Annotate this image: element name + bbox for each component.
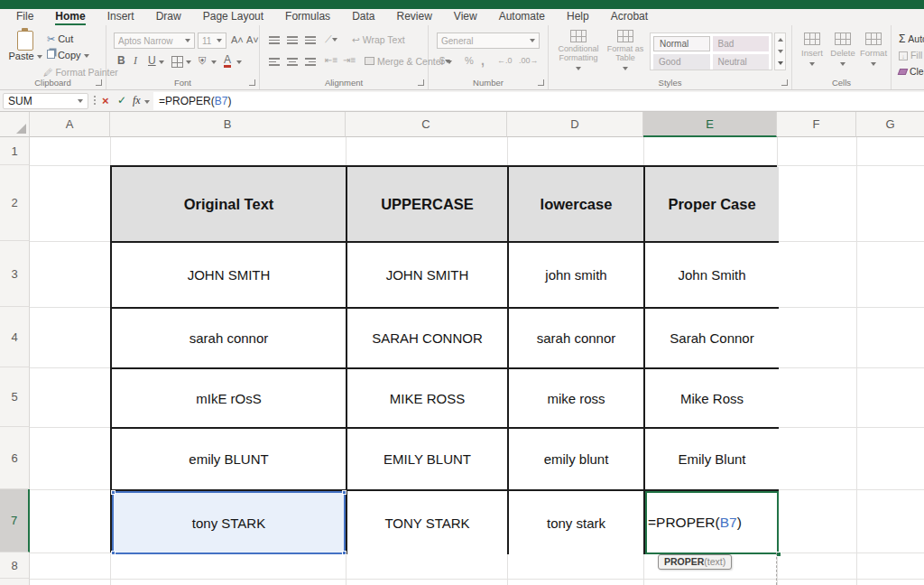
menu-formulas[interactable]: Formulas [285,10,330,25]
cell-e6[interactable]: Emily Blunt [645,429,779,491]
font-color-button[interactable]: A [224,54,231,68]
column-header-b[interactable]: B [110,112,346,137]
increase-decimal-button[interactable]: ←.0 [497,56,513,65]
column-header-e[interactable]: E [643,112,777,137]
row-header-1[interactable]: 1 [0,137,30,165]
table-header-cell[interactable]: UPPERCASE [347,167,509,243]
cell-c5[interactable]: MIKE ROSS [347,369,509,429]
fill-color-button[interactable]: ⛨ [199,55,206,67]
cell-c4[interactable]: SARAH CONNOR [347,309,509,369]
number-format-select[interactable]: General [437,32,540,49]
cell-e7-active-formula[interactable]: =PROPER(B7) [645,491,779,554]
styles-dialog-launcher-icon[interactable] [781,79,788,86]
decrease-indent-button[interactable]: ⇤≡ [325,55,337,65]
menu-view[interactable]: View [454,10,477,25]
alignment-dialog-launcher-icon[interactable] [418,79,424,86]
clear-button[interactable]: Clear [899,66,924,77]
insert-function-icon[interactable]: fx [133,94,141,107]
decrease-decimal-button[interactable]: .00→ [519,56,539,65]
borders-caret-icon[interactable] [186,60,191,64]
font-size-select[interactable]: 11 [198,32,226,49]
copy-button[interactable]: Copy [47,50,89,60]
column-header-c[interactable]: C [346,112,507,137]
autosum-button[interactable]: Σ AutoSum [899,32,924,45]
paste-button[interactable]: Paste [7,31,43,61]
menu-file[interactable]: File [16,10,33,25]
comma-style-button[interactable]: , [481,53,485,68]
menu-data[interactable]: Data [352,10,374,25]
row-header-6[interactable]: 6 [0,427,30,489]
cancel-entry-icon[interactable]: × [102,94,109,107]
cell-d3[interactable]: john smith [509,243,645,309]
orientation-button[interactable]: ⟋ [325,33,337,45]
align-middle-icon[interactable] [287,36,298,44]
style-bad[interactable]: Bad [713,36,770,51]
style-neutral[interactable]: Neutral [713,54,770,70]
cell-b7-referenced[interactable]: tony STARK [112,491,347,554]
bold-button[interactable]: B [117,54,125,67]
style-good[interactable]: Good [653,54,710,70]
menu-acrobat[interactable]: Acrobat [611,10,648,25]
table-header-cell[interactable]: lowercase [509,167,645,243]
align-top-icon[interactable] [269,36,280,44]
table-header-cell[interactable]: Original Text [112,167,347,243]
italic-button[interactable]: I [134,54,137,68]
styles-gallery-scroll[interactable] [774,32,786,70]
cell-e4[interactable]: Sarah Connor [645,309,779,369]
cell-b5[interactable]: mIkE rOsS [112,369,347,429]
insert-cells-button[interactable]: Insert [798,32,827,69]
menu-help[interactable]: Help [567,10,589,25]
menu-review[interactable]: Review [396,10,431,25]
align-right-icon[interactable] [305,58,316,66]
cell-b4[interactable]: sarah connor [112,309,347,369]
delete-cells-button[interactable]: Delete [828,32,857,69]
cell-e5[interactable]: Mike Ross [645,369,779,429]
underline-caret-icon[interactable] [159,60,164,64]
clipboard-dialog-launcher-icon[interactable] [96,79,102,86]
font-dialog-launcher-icon[interactable] [249,79,255,86]
cell-c3[interactable]: JOHN SMITH [347,243,509,309]
number-dialog-launcher-icon[interactable] [538,79,544,86]
cut-button[interactable]: ✂ Cut [47,33,73,45]
cell-d7[interactable]: tony stark [509,491,645,554]
cell-e3[interactable]: John Smith [645,243,779,309]
table-header-cell[interactable]: Proper Case [645,167,779,243]
font-color-caret-icon[interactable] [236,60,242,64]
menu-draw[interactable]: Draw [156,10,181,25]
row-header-5[interactable]: 5 [0,367,30,427]
percent-style-button[interactable]: % [465,55,474,66]
confirm-entry-icon[interactable]: ✓ [117,94,126,107]
align-bottom-icon[interactable] [305,36,316,44]
name-box[interactable]: SUM [3,93,88,109]
align-left-icon[interactable] [269,58,280,66]
row-header-8[interactable]: 8 [0,552,30,579]
row-header-9-partial[interactable] [0,579,30,585]
select-all-corner[interactable] [0,112,30,137]
increase-indent-button[interactable]: ⇥≡ [343,55,356,65]
fill-color-caret-icon[interactable] [211,60,217,64]
font-name-select[interactable]: Aptos Narrow [114,32,195,49]
row-header-2[interactable]: 2 [0,165,30,241]
fill-button[interactable]: ↓ Fill [899,50,924,60]
grow-font-button[interactable]: A˄ [231,34,244,45]
cell-d4[interactable]: sarah connor [509,309,645,369]
style-normal[interactable]: Normal [653,36,710,51]
formula-input[interactable]: =PROPER(B7) [153,92,924,110]
format-cells-button[interactable]: Format [859,32,888,69]
menu-automate[interactable]: Automate [499,10,545,25]
cell-d6[interactable]: emily blunt [509,429,645,491]
accounting-format-button[interactable]: $ [439,55,450,66]
cell-d5[interactable]: mike ross [509,369,645,429]
conditional-formatting-button[interactable]: Conditional Formatting [556,30,601,73]
format-as-table-button[interactable]: Format as Table [605,30,646,73]
shrink-font-button[interactable]: A˅ [246,34,259,45]
align-center-icon[interactable] [287,58,298,66]
column-header-f[interactable]: F [777,112,856,137]
wrap-text-button[interactable]: ↩ Wrap Text [352,34,405,45]
cell-c7[interactable]: TONY STARK [347,491,509,554]
cell-b6[interactable]: emily BLUNT [112,429,347,491]
row-header-7[interactable]: 7 [0,489,30,552]
row-header-3[interactable]: 3 [0,241,30,307]
borders-button[interactable] [171,56,183,68]
menu-page-layout[interactable]: Page Layout [203,10,263,25]
